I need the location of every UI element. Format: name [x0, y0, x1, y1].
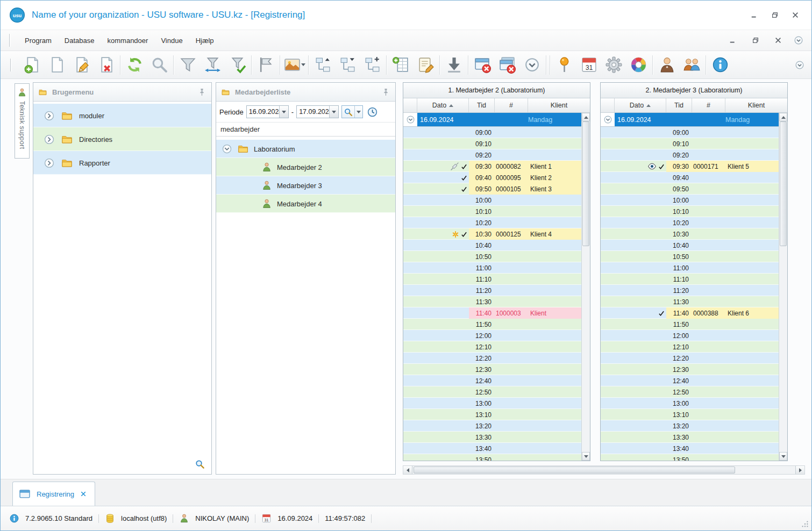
schedule-row[interactable]: 10:00 — [403, 195, 581, 206]
horizontal-scrollbar[interactable] — [403, 465, 805, 475]
schedule-row[interactable]: 09:20 — [601, 149, 779, 161]
chevron-down-icon[interactable] — [301, 63, 305, 66]
schedule-row[interactable]: 11:10 — [403, 274, 581, 285]
vertical-scrollbar-thumb[interactable] — [780, 121, 787, 246]
medarbejder-column-header[interactable]: medarbejder — [216, 123, 395, 137]
column-header-klient[interactable]: Klient — [725, 98, 787, 112]
schedule-row[interactable]: 12:50 — [403, 386, 581, 398]
hierarchy-collapse-button[interactable] — [335, 53, 360, 77]
schedule-row[interactable]: 13:30 — [403, 432, 581, 443]
search-button[interactable] — [147, 53, 172, 77]
edit-record-button[interactable] — [69, 53, 94, 77]
schedule-row[interactable]: 11:20 — [601, 285, 779, 296]
schedule-row[interactable]: 09:50 — [601, 183, 779, 195]
toolbar-overflow-button[interactable] — [794, 60, 805, 70]
close-button[interactable] — [788, 9, 803, 21]
menu-item-database[interactable]: Database — [58, 34, 101, 47]
mdi-close-button[interactable] — [771, 34, 786, 46]
date-row[interactable]: 16.09.2024Mandag — [601, 113, 779, 127]
column-header-tid[interactable]: Tid — [469, 98, 495, 112]
filter-apply-button[interactable] — [225, 53, 250, 77]
column-header-dato[interactable]: Dato — [417, 98, 469, 112]
scroll-up-button[interactable] — [582, 113, 590, 121]
download-button[interactable] — [441, 53, 466, 77]
vertical-scrollbar-track[interactable] — [582, 121, 590, 452]
scroll-up-button[interactable] — [779, 113, 787, 121]
period-to-combo[interactable]: 17.09.2024 — [296, 105, 339, 118]
search-icon[interactable] — [195, 459, 205, 469]
notes-button[interactable] — [413, 53, 438, 77]
schedule-row[interactable]: 10:10 — [601, 206, 779, 217]
filter-transfer-button[interactable] — [200, 53, 225, 77]
schedule-row[interactable]: 09:00 — [601, 127, 779, 138]
schedule-row[interactable]: 13:00 — [601, 398, 779, 409]
schedule-row[interactable]: 12:00 — [403, 330, 581, 341]
schedule-row[interactable]: 11:20 — [403, 285, 581, 296]
scroll-left-button[interactable] — [403, 466, 412, 474]
flag-button[interactable] — [253, 53, 278, 77]
menu-overflow-button[interactable] — [793, 35, 804, 46]
tab-close-icon[interactable] — [80, 491, 87, 497]
menu-item-vindue[interactable]: Vindue — [154, 34, 189, 47]
schedule-row[interactable]: 13:20 — [403, 420, 581, 432]
vertical-scrollbar-thumb[interactable] — [582, 121, 589, 246]
schedule-row[interactable]: 13:10 — [601, 409, 779, 420]
colors-button[interactable] — [626, 53, 651, 77]
refresh-button[interactable] — [122, 53, 147, 77]
date-row[interactable]: 16.09.2024Mandag — [403, 113, 581, 127]
horizontal-scrollbar-thumb[interactable] — [414, 467, 735, 473]
schedule-row[interactable]: 13:00 — [403, 398, 581, 409]
brugermenu-item-moduler[interactable]: moduler — [33, 104, 211, 127]
toolbar-grip[interactable] — [10, 59, 12, 71]
schedule-row[interactable]: 12:50 — [601, 386, 779, 398]
schedule-row[interactable]: 13:40 — [403, 443, 581, 454]
schedule-row[interactable]: 13:50 — [403, 454, 581, 461]
schedule-row[interactable]: 11:30 — [601, 296, 779, 307]
brugermenu-item-directories[interactable]: Directories — [33, 127, 211, 151]
schedule-row[interactable]: 11:00 — [601, 262, 779, 274]
schedule-row[interactable]: 11:401000003Klient — [403, 307, 581, 319]
map-pin-button[interactable] — [552, 53, 576, 77]
schedule-row[interactable]: 13:40 — [601, 443, 779, 454]
employee-button[interactable] — [654, 53, 679, 77]
schedule-row[interactable]: 10:00 — [601, 195, 779, 206]
teknisk-support-tab[interactable]: Teknisk support — [15, 83, 30, 159]
group-laboratorium[interactable]: Laboratorium — [216, 140, 395, 158]
schedule-row[interactable]: 09:10 — [601, 138, 779, 149]
schedule-row[interactable]: 12:40 — [403, 375, 581, 386]
title-bar[interactable]: usu Name of your organization - USU soft… — [1, 1, 811, 30]
clock-button[interactable] — [366, 105, 379, 119]
schedule-row[interactable]: 10:50 — [403, 251, 581, 262]
hierarchy-expand-button[interactable] — [360, 53, 384, 77]
menu-item-program[interactable]: Program — [18, 34, 58, 47]
maximize-button[interactable] — [767, 9, 782, 21]
tab-registrering[interactable]: Registrering — [12, 482, 95, 506]
schedule-row[interactable]: 13:20 — [601, 420, 779, 432]
schedule-row[interactable]: 11:400000388Klient 6 — [601, 307, 779, 319]
schedule-row[interactable]: 10:10 — [403, 206, 581, 217]
schedule-row[interactable]: 12:30 — [601, 364, 779, 375]
menu-item-kommandoer[interactable]: kommandoer — [101, 34, 155, 47]
schedule-row[interactable]: 12:20 — [601, 353, 779, 364]
combo-dropdown-button[interactable] — [279, 106, 288, 118]
schedule-row[interactable]: 12:40 — [601, 375, 779, 386]
schedule-row[interactable]: 09:300000082Klient 1 — [403, 161, 581, 172]
menubar-grip[interactable] — [9, 34, 11, 47]
settings-button[interactable] — [601, 53, 626, 77]
schedule-row[interactable]: 10:20 — [601, 217, 779, 228]
schedule-row[interactable]: 12:00 — [601, 330, 779, 341]
menu-item-hjælp[interactable]: Hjælp — [189, 34, 220, 47]
schedule-row[interactable]: 13:10 — [403, 409, 581, 420]
schedule-row[interactable]: 09:500000105Klient 3 — [403, 183, 581, 195]
pin-icon[interactable] — [381, 88, 390, 97]
resize-grip[interactable] — [801, 520, 809, 528]
employee-item-medarbejder-4[interactable]: Medarbejder 4 — [216, 195, 395, 213]
schedule-row[interactable]: 09:00 — [403, 127, 581, 138]
schedule-row[interactable]: 10:20 — [403, 217, 581, 228]
pin-icon[interactable] — [197, 88, 206, 97]
column-header-tid[interactable]: Tid — [666, 98, 692, 112]
schedule-row[interactable]: 10:30 — [601, 228, 779, 240]
schedule-row[interactable]: 11:50 — [403, 319, 581, 330]
column-header-number[interactable]: # — [692, 98, 725, 112]
search-icon[interactable] — [342, 106, 354, 118]
